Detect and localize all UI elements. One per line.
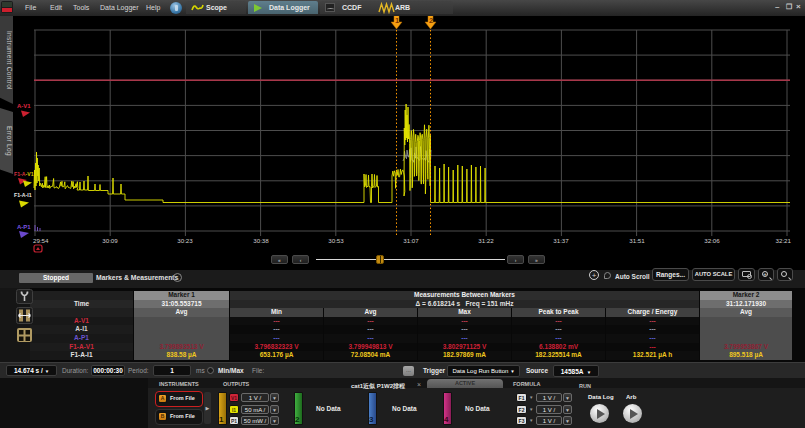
svg-text:29:54: 29:54 — [33, 237, 49, 244]
svg-text:32:21: 32:21 — [776, 237, 792, 244]
svg-text:30:38: 30:38 — [253, 237, 269, 244]
svg-text:31:37: 31:37 — [553, 237, 569, 244]
svg-text:31:07: 31:07 — [403, 237, 419, 244]
svg-text:31:22: 31:22 — [478, 237, 494, 244]
svg-text:30:23: 30:23 — [177, 237, 193, 244]
svg-text:31:51: 31:51 — [629, 237, 645, 244]
svg-text:1: 1 — [395, 16, 399, 25]
svg-text:30:09: 30:09 — [102, 237, 118, 244]
svg-text:32:06: 32:06 — [704, 237, 720, 244]
svg-text:A-P1: A-P1 — [17, 224, 31, 230]
svg-text:F1-A-I1: F1-A-I1 — [14, 192, 32, 198]
svg-text:30:53: 30:53 — [328, 237, 344, 244]
svg-text:2: 2 — [429, 16, 433, 25]
svg-text:F1-A-V1: F1-A-V1 — [14, 171, 34, 177]
svg-text:A-V1: A-V1 — [17, 103, 31, 109]
